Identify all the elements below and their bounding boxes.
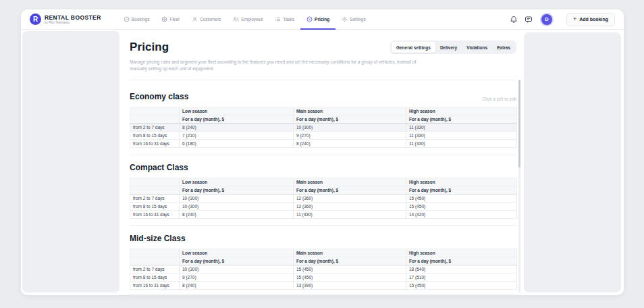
price-cell[interactable]: 12 (360) — [294, 203, 406, 211]
row-label: from 8 to 15 days — [130, 203, 180, 211]
table-header-row: Low season Main season High season — [130, 107, 517, 116]
brand-logo[interactable]: R RENTAL BOOSTER by Pilot Telematics — [30, 14, 101, 25]
steering-wheel-icon — [161, 16, 167, 22]
rate-label: For a day (month), $ — [294, 257, 406, 265]
main-nav: Bookings Fleet Customers Employees — [117, 9, 372, 30]
messages-button[interactable] — [525, 16, 533, 24]
price-cell[interactable]: 10 (300) — [294, 124, 406, 132]
column-header-main-season: Main season — [294, 178, 406, 186]
pricing-table-midsize: Low season Main season High season For a… — [130, 249, 517, 290]
table-row: from 16 to 31 days 6 (180) 8 (240) 11 (3… — [130, 140, 517, 148]
rate-label: For a day (month), $ — [294, 186, 406, 195]
price-cell[interactable]: 10 (300) — [180, 195, 294, 203]
price-cell[interactable]: 11 (330) — [406, 124, 517, 132]
tab-violations[interactable]: Violations — [462, 42, 492, 53]
percent-badge-icon — [306, 16, 313, 22]
price-cell[interactable]: 11 (330) — [406, 140, 517, 148]
nav-label: Pricing — [315, 17, 329, 22]
price-cell[interactable]: 8 (240) — [294, 140, 406, 148]
nav-item-settings[interactable]: Settings — [336, 9, 372, 30]
price-cell[interactable]: 15 (450) — [406, 203, 517, 211]
price-cell[interactable]: 15 (450) — [294, 274, 406, 282]
tab-general-settings[interactable]: General settings — [392, 42, 435, 53]
price-cell[interactable]: 12 (360) — [294, 195, 406, 203]
table-row: from 2 to 7 days 8 (240) 10 (300) 11 (33… — [130, 124, 517, 132]
rate-label: For a day (month), $ — [406, 257, 517, 265]
nav-item-employees[interactable]: Employees — [227, 9, 269, 30]
price-cell[interactable]: 6 (180) — [180, 140, 294, 148]
pricing-panel: Pricing General settings Delivery Violat… — [119, 30, 524, 294]
column-header-low-season: Low season — [180, 107, 294, 116]
nav-item-bookings[interactable]: Bookings — [117, 9, 156, 30]
table-row: from 8 to 15 days 10 (300) 12 (360) 15 (… — [130, 203, 517, 211]
right-gutter-panel — [524, 32, 621, 292]
page-title: Pricing — [130, 41, 169, 54]
empty-header-cell — [130, 116, 180, 124]
rate-label: For a day (month), $ — [180, 116, 294, 124]
price-cell[interactable]: 17 (510) — [406, 274, 517, 282]
pricing-table-compact: Low season Main season High season For a… — [130, 178, 517, 219]
panel-header: Pricing General settings Delivery Violat… — [130, 41, 516, 54]
row-label: from 2 to 7 days — [130, 195, 180, 203]
check-circle-icon — [124, 16, 130, 22]
divider — [130, 155, 516, 155]
plus-icon: + — [573, 16, 576, 22]
empty-header-cell — [130, 249, 180, 257]
price-cell[interactable]: 15 (450) — [406, 282, 517, 290]
price-cell[interactable]: 8 (240) — [180, 124, 294, 132]
tab-delivery[interactable]: Delivery — [435, 42, 462, 53]
nav-label: Employees — [241, 17, 263, 22]
avatar-initial: D — [545, 16, 548, 22]
table-row: from 2 to 7 days 10 (300) 12 (360) 15 (4… — [130, 195, 517, 203]
row-label: from 2 to 7 days — [130, 124, 180, 132]
column-header-high-season: High season — [406, 107, 517, 116]
nav-label: Bookings — [132, 17, 150, 22]
table-header-row: Low season Main season High season — [130, 249, 517, 257]
gear-icon — [342, 16, 348, 22]
price-cell[interactable]: 11 (330) — [406, 132, 517, 140]
nav-label: Tasks — [283, 17, 294, 22]
nav-item-customers[interactable]: Customers — [186, 9, 227, 30]
add-booking-button[interactable]: + Add booking — [566, 13, 615, 26]
users-icon — [233, 16, 239, 22]
section-header-midsize: Mid-size Class — [130, 234, 516, 243]
empty-header-cell — [130, 257, 180, 265]
nav-item-tasks[interactable]: Tasks — [269, 9, 300, 30]
nav-item-pricing[interactable]: Pricing — [300, 9, 336, 30]
price-cell[interactable]: 8 (240) — [180, 211, 294, 219]
table-row: from 8 to 15 days 9 (270) 15 (450) 17 (5… — [130, 274, 517, 282]
tab-extras[interactable]: Extras — [492, 42, 515, 53]
app-window: R RENTAL BOOSTER by Pilot Telematics Boo… — [21, 9, 624, 295]
column-header-low-season: Low season — [180, 249, 294, 257]
scrollbar-thumb[interactable] — [518, 80, 520, 168]
price-cell[interactable]: 10 (300) — [180, 203, 294, 211]
table-row: from 8 to 15 days 7 (210) 9 (270) 11 (33… — [130, 132, 517, 140]
price-cell[interactable]: 13 (390) — [294, 282, 406, 290]
price-cell[interactable]: 14 (420) — [406, 211, 517, 219]
price-cell[interactable]: 18 (540) — [406, 265, 517, 274]
price-cell[interactable]: 8 (240) — [180, 282, 294, 290]
divider — [130, 294, 516, 294]
content-area: Pricing General settings Delivery Violat… — [21, 30, 624, 294]
scrollbar-track[interactable] — [518, 80, 520, 292]
empty-header-cell — [130, 178, 180, 186]
notifications-button[interactable] — [510, 16, 518, 24]
price-cell[interactable]: 15 (450) — [406, 195, 517, 203]
divider — [130, 225, 516, 226]
left-gutter-panel — [22, 31, 119, 292]
price-cell[interactable]: 15 (450) — [294, 265, 406, 274]
price-cell[interactable]: 11 (330) — [294, 211, 406, 219]
bell-icon — [510, 16, 518, 24]
rate-label: For a day (month), $ — [406, 186, 517, 195]
price-cell[interactable]: 9 (270) — [294, 132, 406, 140]
user-avatar[interactable]: D — [541, 14, 552, 25]
price-cell[interactable]: 9 (270) — [180, 274, 294, 282]
table-header-row: Low season Main season High season — [130, 178, 517, 186]
row-label: from 8 to 15 days — [130, 274, 180, 282]
row-label: from 2 to 7 days — [130, 265, 180, 274]
nav-item-fleet[interactable]: Fleet — [155, 9, 185, 30]
price-cell[interactable]: 7 (210) — [180, 132, 294, 140]
price-cell[interactable]: 10 (300) — [180, 265, 294, 274]
nav-label: Customers — [200, 17, 221, 22]
row-label: from 8 to 15 days — [130, 132, 180, 140]
